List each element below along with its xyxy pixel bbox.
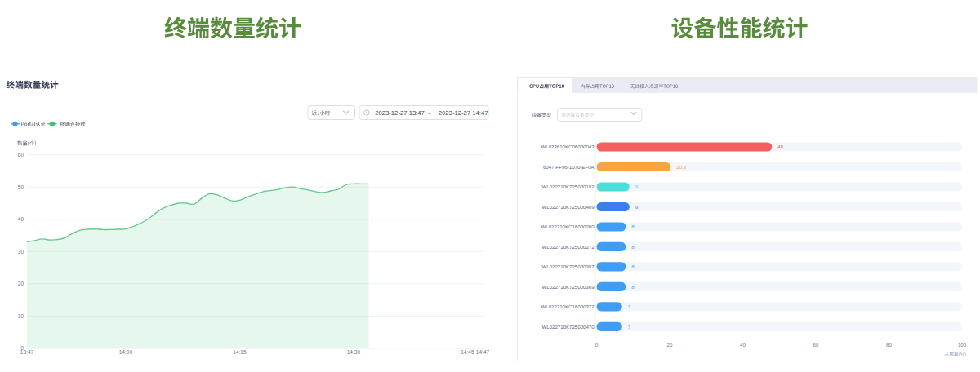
- svg-text:10: 10: [18, 313, 24, 319]
- svg-text:8: 8: [631, 224, 635, 229]
- svg-text:6047-FF96-1070-EF0A: 6047-FF96-1070-EF0A: [543, 164, 595, 170]
- svg-text:7: 7: [628, 303, 631, 309]
- svg-text:40: 40: [740, 342, 746, 348]
- svg-text:2023-12-27 13:47: 2023-12-27 13:47: [375, 109, 425, 117]
- svg-text:13:47: 13:47: [20, 349, 34, 355]
- svg-text:14:00: 14:00: [119, 349, 133, 355]
- svg-text:WL022710KC18000280: WL022710KC18000280: [541, 224, 595, 229]
- svg-text:48: 48: [777, 144, 783, 149]
- svg-text:WL022710K725000102: WL022710K725000102: [542, 184, 595, 189]
- svg-text:14:30: 14:30: [347, 349, 361, 355]
- svg-text:0: 0: [595, 342, 599, 348]
- svg-text:-: -: [428, 109, 430, 117]
- svg-text:WL022710KC18000372: WL022710KC18000372: [541, 303, 595, 309]
- svg-text:WL022710K725000272: WL022710K725000272: [542, 244, 595, 250]
- svg-text:14:45: 14:45: [461, 349, 474, 355]
- svg-text:30: 30: [18, 249, 24, 255]
- svg-text:2023-12-27 14:47: 2023-12-27 14:47: [439, 109, 488, 117]
- svg-text:14:47: 14:47: [476, 349, 490, 355]
- svg-text:8: 8: [631, 264, 635, 269]
- svg-text:80: 80: [886, 342, 892, 348]
- svg-text:WL022710K725000470: WL022710K725000470: [542, 324, 595, 330]
- svg-text:WL022710K725000369: WL022710K725000369: [542, 284, 595, 290]
- svg-text:100: 100: [958, 342, 967, 348]
- svg-text:9: 9: [635, 204, 639, 210]
- svg-text:9: 9: [635, 184, 639, 189]
- svg-text:20: 20: [667, 342, 673, 348]
- svg-text:20: 20: [18, 281, 24, 286]
- svg-text:8: 8: [631, 284, 635, 290]
- svg-text:60: 60: [18, 152, 24, 157]
- svg-text:WL022710K725000409: WL022710K725000409: [542, 204, 595, 210]
- svg-text:8: 8: [631, 244, 635, 250]
- svg-text:WL023610KC06000043: WL023610KC06000043: [541, 144, 595, 149]
- svg-text:40: 40: [18, 216, 24, 222]
- svg-text:WL022710K725000307: WL022710K725000307: [542, 264, 595, 269]
- svg-text:60: 60: [813, 342, 819, 348]
- svg-text:20.3: 20.3: [676, 164, 686, 170]
- svg-text:14:15: 14:15: [233, 349, 247, 355]
- svg-text:7: 7: [628, 324, 631, 330]
- svg-text:50: 50: [18, 184, 24, 190]
